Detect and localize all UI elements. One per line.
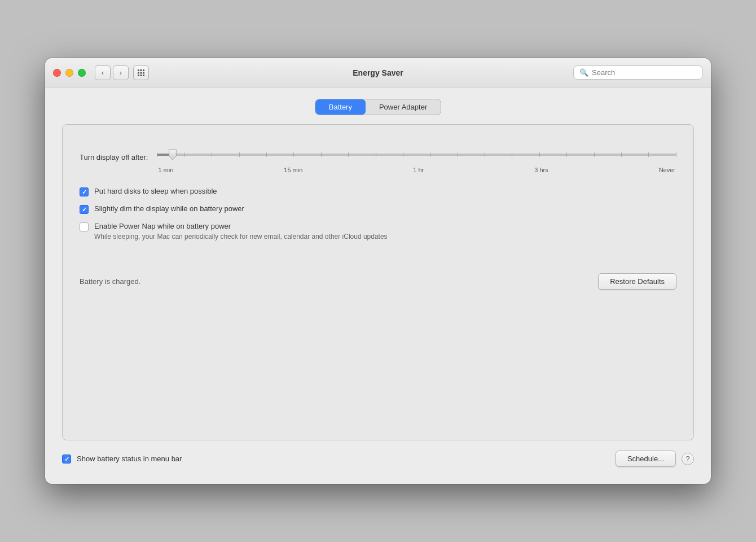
schedule-button[interactable]: Schedule... [616,451,676,467]
close-button[interactable] [53,69,61,77]
tick-text-3hrs: 3 hrs [534,167,548,173]
checkbox-hard-disks-label-group: Put hard disks to sleep when possible [94,187,217,195]
tab-power-adapter[interactable]: Power Adapter [366,99,441,115]
nav-buttons: ‹ › [95,65,149,80]
checkbox-row-hard-disks: Put hard disks to sleep when possible [80,187,676,196]
svg-rect-2 [143,69,144,71]
svg-rect-3 [138,72,139,73]
checkbox-row-power-nap: Enable Power Nap while on battery power … [80,222,676,242]
svg-rect-8 [143,75,144,76]
search-box[interactable]: 🔍 [573,65,703,80]
slider-tick-labels: 1 min 15 min 1 hr 3 hrs Never [157,165,676,173]
checkbox-power-nap[interactable] [80,222,89,231]
tick-label-1min: 1 min [158,165,173,173]
tick-text-1min: 1 min [158,167,173,173]
svg-rect-4 [140,72,142,73]
panel-footer: Battery is charged. Restore Defaults [80,264,676,290]
tick-label-3hrs: 3 hrs [534,165,548,173]
svg-rect-5 [143,72,144,73]
bottom-right-buttons: Schedule... ? [616,451,694,467]
slider-wrapper: 1 min 15 min 1 hr 3 hrs Never [157,141,676,173]
main-window: ‹ › Energy Saver [45,58,711,484]
help-button[interactable]: ? [682,453,694,465]
back-icon: ‹ [102,68,104,77]
grid-button[interactable] [133,65,149,80]
checkbox-dim-display-label: Slightly dim the display while on batter… [94,204,244,213]
checkbox-hard-disks[interactable] [80,187,89,196]
minimize-button[interactable] [65,69,73,77]
back-button[interactable]: ‹ [95,65,111,80]
checkbox-dim-display-label-group: Slightly dim the display while on batter… [94,204,244,213]
titlebar: ‹ › Energy Saver [45,58,711,88]
restore-defaults-button[interactable]: Restore Defaults [598,273,676,290]
svg-rect-7 [140,75,142,76]
grid-icon [137,69,145,77]
slider-label: Turn display off after: [80,153,148,161]
checkbox-power-nap-sublabel: While sleeping, your Mac can periodicall… [94,232,388,242]
slider-track-background [157,154,676,156]
tick-label-15min: 15 min [284,165,302,173]
maximize-button[interactable] [78,69,86,77]
tick-text-1hr: 1 hr [413,167,424,173]
forward-icon: › [120,68,122,77]
search-icon: 🔍 [579,68,588,77]
traffic-lights [53,69,86,77]
bottom-bar: Show battery status in menu bar Schedule… [62,440,694,467]
slider-section: Turn display off after: [80,141,676,173]
tick-text-15min: 15 min [284,167,302,173]
svg-rect-6 [138,75,139,76]
show-battery-status-row: Show battery status in menu bar [62,454,182,464]
checkbox-hard-disks-label: Put hard disks to sleep when possible [94,187,217,195]
tab-group: Battery Power Adapter [315,99,441,115]
tab-bar: Battery Power Adapter [62,99,694,115]
checkbox-row-dim-display: Slightly dim the display while on batter… [80,204,676,214]
search-input[interactable] [592,68,697,77]
show-battery-label: Show battery status in menu bar [77,454,182,463]
checkbox-power-nap-label-group: Enable Power Nap while on battery power … [94,222,388,242]
main-panel: Turn display off after: [62,124,694,440]
tick-label-1hr: 1 hr [413,165,424,173]
content-area: Battery Power Adapter Turn display off a… [45,88,711,484]
svg-rect-1 [140,69,142,71]
checkbox-dim-display[interactable] [80,205,89,214]
checkbox-show-battery[interactable] [62,454,71,464]
window-title: Energy Saver [353,68,403,77]
tick-label-never: Never [659,165,675,173]
slider-thumb[interactable] [168,149,177,160]
tab-battery[interactable]: Battery [315,99,366,115]
forward-button[interactable]: › [113,65,129,80]
slider-track-area [157,146,676,163]
checkbox-section: Put hard disks to sleep when possible Sl… [80,187,676,242]
battery-status-text: Battery is charged. [80,277,140,286]
checkbox-power-nap-label: Enable Power Nap while on battery power [94,222,388,230]
tick-text-never: Never [659,167,675,173]
svg-rect-0 [138,69,139,71]
